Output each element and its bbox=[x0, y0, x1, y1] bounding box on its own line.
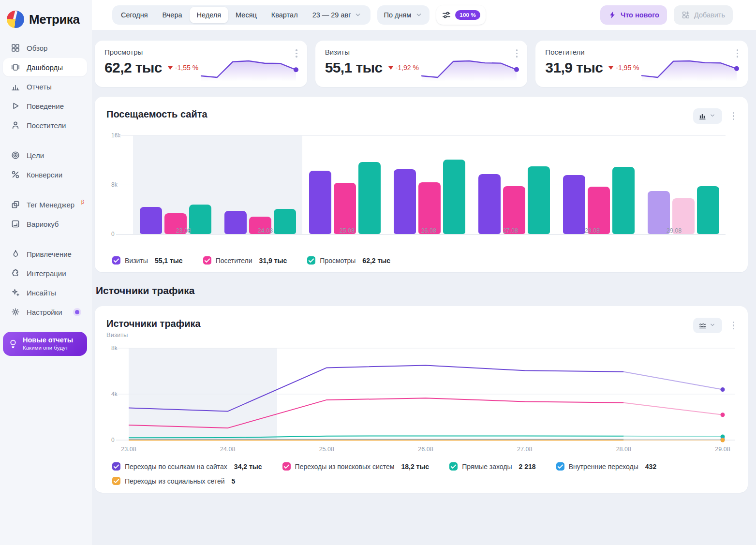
checkbox-checked-icon[interactable] bbox=[203, 256, 211, 265]
x-axis-label: 24.08 bbox=[220, 446, 235, 453]
sidebar-item-percent[interactable]: Конверсии bbox=[3, 165, 87, 184]
legend-value: 2 218 bbox=[519, 463, 536, 471]
add-widget-button[interactable]: Добавить bbox=[674, 5, 733, 25]
sampling-control[interactable]: 100 % bbox=[436, 5, 486, 25]
new-reports-banner[interactable]: Новые отчеты Какими они будут bbox=[3, 332, 87, 356]
legend-item[interactable]: Переходы по ссылкам на сайтах34,2 тыс bbox=[112, 462, 262, 471]
gear-icon bbox=[11, 307, 20, 317]
legend-item[interactable]: Посетители31,9 тыс bbox=[203, 256, 287, 265]
bar[interactable] bbox=[478, 174, 501, 234]
percent-icon bbox=[11, 170, 20, 179]
legend-item[interactable]: Переходы из поисковых систем18,2 тыс bbox=[282, 462, 430, 471]
kpi-title: Просмотры bbox=[104, 48, 297, 56]
sidebar-item-person[interactable]: Посетители bbox=[3, 116, 87, 134]
x-axis-label: 27.08 bbox=[470, 227, 551, 234]
sidebar-nav: ОбзорДашбордыОтчетыПоведениеПосетителиЦе… bbox=[0, 39, 92, 321]
legend-value: 18,2 тыс bbox=[401, 463, 429, 471]
x-axis-label: 27.08 bbox=[517, 446, 532, 453]
app-logo[interactable]: Метрика bbox=[0, 6, 92, 38]
sidebar-item-cube[interactable]: Вариокуб bbox=[3, 215, 87, 233]
bar[interactable] bbox=[443, 160, 465, 234]
sidebar-item-label: Привлечение bbox=[27, 250, 72, 258]
checkbox-checked-icon[interactable] bbox=[307, 256, 315, 265]
traffic-sources-chart-card: Источники трафика Визиты 23.0824.0825.08… bbox=[95, 306, 748, 493]
sidebar-item-label: Посетители bbox=[27, 121, 66, 130]
kpi-menu-button[interactable] bbox=[294, 47, 299, 59]
sidebar-item-play[interactable]: Поведение bbox=[3, 97, 87, 115]
chart-type-selector[interactable] bbox=[693, 318, 722, 333]
dashboard-content: Просмотры62,2 тыс-1,55 %Визиты55,1 тыс-1… bbox=[92, 30, 756, 545]
target-icon bbox=[11, 150, 20, 160]
x-axis-label: 25.08 bbox=[306, 227, 388, 234]
sidebar-item-sparkles[interactable]: Инсайты bbox=[3, 283, 87, 302]
checkbox-checked-icon[interactable] bbox=[556, 462, 564, 471]
bar[interactable] bbox=[358, 162, 381, 234]
y-axis-tick: 4k bbox=[111, 391, 118, 398]
legend-item[interactable]: Визиты55,1 тыс bbox=[112, 256, 183, 265]
legend-item[interactable]: Прямые заходы2 218 bbox=[449, 462, 535, 471]
sidebar-item-dashboard[interactable]: Дашборды bbox=[3, 58, 87, 76]
kpi-sparkline bbox=[642, 58, 733, 81]
tab-period[interactable]: Квартал bbox=[264, 7, 305, 23]
bar[interactable] bbox=[528, 166, 550, 234]
checkbox-checked-icon[interactable] bbox=[112, 477, 120, 485]
widget-menu-button[interactable] bbox=[731, 110, 737, 122]
sidebar-item-flame[interactable]: Привлечение bbox=[3, 245, 87, 263]
kpi-menu-button[interactable] bbox=[735, 47, 741, 59]
kpi-value: 55,1 тыс bbox=[325, 59, 383, 76]
checkbox-checked-icon[interactable] bbox=[112, 462, 120, 471]
sidebar-item-label: Поведение bbox=[27, 102, 64, 110]
kpi-menu-button[interactable] bbox=[514, 47, 520, 59]
granularity-select[interactable]: По дням bbox=[377, 5, 430, 25]
bar[interactable] bbox=[334, 183, 356, 234]
triangle-down-icon bbox=[388, 66, 393, 70]
y-axis-tick: 0 bbox=[111, 437, 115, 443]
legend-item[interactable]: Внутренние переходы432 bbox=[556, 462, 657, 471]
tab-period[interactable]: Вчера bbox=[155, 7, 190, 23]
sidebar-item-puzzle[interactable]: Интеграции bbox=[3, 264, 87, 282]
bar[interactable] bbox=[612, 167, 635, 234]
tab-period[interactable]: Месяц bbox=[228, 7, 264, 23]
dashboard-icon bbox=[11, 62, 20, 72]
x-axis-label: 26.08 bbox=[418, 446, 433, 453]
kpi-title: Визиты bbox=[325, 48, 518, 56]
x-axis-label: 28.08 bbox=[551, 227, 633, 234]
lightbulb-icon bbox=[8, 339, 18, 349]
legend-item[interactable]: Просмотры62,2 тыс bbox=[307, 256, 390, 265]
report-icon bbox=[11, 82, 20, 91]
bar[interactable] bbox=[418, 182, 441, 234]
tab-period[interactable]: Сегодня bbox=[114, 7, 155, 23]
bar[interactable] bbox=[563, 175, 585, 234]
section-title: Источники трафика bbox=[96, 285, 748, 296]
sidebar-item-label: Тег Менеджер bbox=[27, 201, 74, 209]
bar-chart-type-icon bbox=[698, 112, 707, 120]
metrika-logo-icon bbox=[7, 11, 24, 28]
bar[interactable] bbox=[394, 169, 416, 234]
kpi-delta: -1,95 % bbox=[608, 64, 639, 72]
whats-new-button[interactable]: Что нового bbox=[600, 5, 667, 25]
bar-group-26.08 bbox=[387, 135, 472, 234]
bar[interactable] bbox=[309, 171, 331, 234]
sidebar-item-report[interactable]: Отчеты bbox=[3, 77, 87, 96]
sidebar-item-target[interactable]: Цели bbox=[3, 146, 87, 164]
date-range-selector[interactable]: 23 — 29 авг bbox=[305, 7, 369, 23]
kpi-value: 62,2 тыс bbox=[104, 59, 162, 76]
sidebar-item-grid[interactable]: Обзор bbox=[3, 39, 87, 57]
triangle-down-icon bbox=[608, 66, 613, 70]
sidebar-item-gear[interactable]: Настройки bbox=[3, 303, 87, 321]
tab-period[interactable]: Неделя bbox=[190, 7, 229, 23]
checkbox-checked-icon[interactable] bbox=[112, 256, 120, 265]
chart-type-selector[interactable] bbox=[693, 108, 722, 124]
flame-icon bbox=[11, 249, 20, 259]
bar-group-23.08 bbox=[133, 135, 218, 234]
checkbox-checked-icon[interactable] bbox=[449, 462, 458, 471]
legend-value: 62,2 тыс bbox=[362, 257, 390, 265]
beta-badge: β bbox=[81, 199, 84, 205]
x-axis-label: 23.08 bbox=[121, 446, 136, 453]
legend-item[interactable]: Переходы из социальных сетей5 bbox=[112, 477, 235, 485]
chart-title: Источники трафика bbox=[106, 318, 201, 329]
checkbox-checked-icon[interactable] bbox=[282, 462, 291, 471]
sidebar-item-tag[interactable]: Тег Менеджерβ bbox=[3, 195, 87, 214]
widget-menu-button[interactable] bbox=[731, 320, 737, 332]
cube-icon bbox=[11, 219, 20, 229]
